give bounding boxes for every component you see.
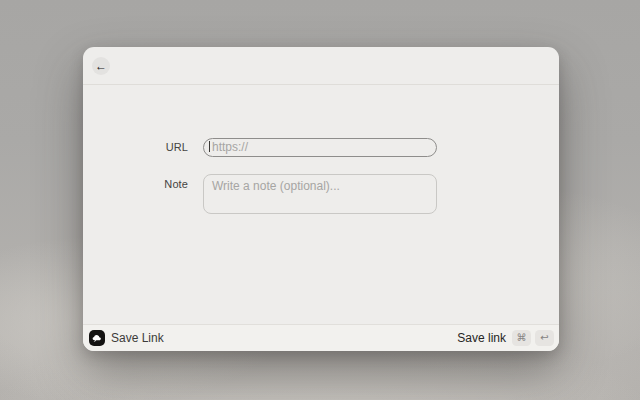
footer-app-identity: Save Link bbox=[89, 330, 164, 346]
return-key-badge: ↩ bbox=[535, 330, 554, 346]
back-arrow-icon: ← bbox=[95, 60, 107, 72]
back-button[interactable]: ← bbox=[92, 57, 110, 75]
app-logo-icon bbox=[89, 330, 105, 346]
footer-app-title: Save Link bbox=[111, 331, 164, 345]
url-label: URL bbox=[83, 141, 188, 153]
window-header: ← bbox=[83, 47, 559, 85]
note-input[interactable] bbox=[203, 174, 437, 214]
save-link-window: ← URL Note Save Link bbox=[83, 47, 559, 351]
url-input[interactable] bbox=[203, 138, 437, 157]
note-label: Note bbox=[83, 178, 188, 190]
desktop-background: ← URL Note Save Link bbox=[0, 0, 640, 400]
save-link-action[interactable]: Save link ⌘ ↩ bbox=[457, 330, 554, 346]
window-footer: Save Link Save link ⌘ ↩ bbox=[83, 324, 559, 351]
url-input-wrap bbox=[203, 137, 437, 156]
command-key-badge: ⌘ bbox=[512, 330, 531, 346]
save-link-action-label: Save link bbox=[457, 331, 506, 345]
form-area: URL Note bbox=[83, 85, 559, 324]
text-caret bbox=[209, 141, 210, 152]
